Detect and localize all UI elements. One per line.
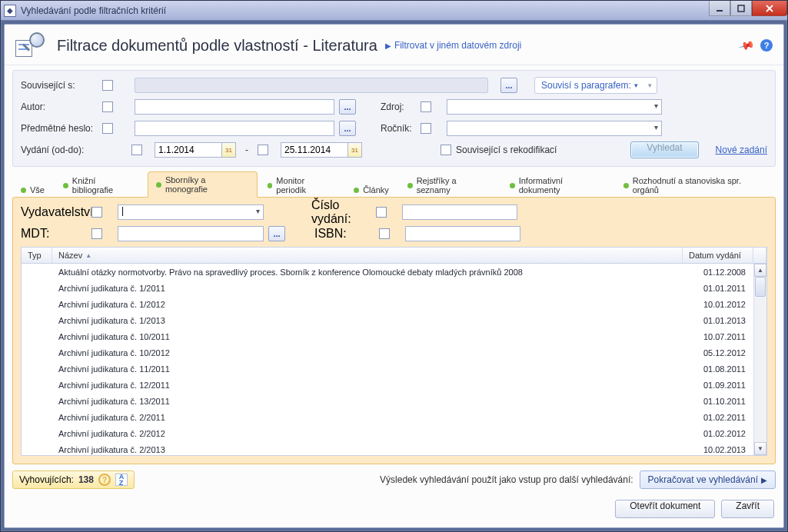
row-date: 01.09.2011 — [683, 381, 753, 390]
heslo-picker-button[interactable]: ... — [339, 121, 356, 136]
app-window: ◆ Vyhledávání podle filtračních kritérií… — [0, 0, 788, 532]
vertical-scrollbar[interactable]: ▲ ▼ — [753, 264, 766, 455]
table-row[interactable]: Archivní judikatura č. 1/201210.01.2012 — [22, 296, 753, 312]
svg-rect-1 — [738, 5, 744, 12]
date-to-input[interactable] — [281, 142, 348, 158]
mdt-input[interactable] — [118, 226, 264, 241]
checkbox-rocnik[interactable] — [421, 123, 431, 134]
row-title: Archivní judikatura č. 1/2011 — [52, 284, 683, 293]
status-dot-icon — [156, 182, 161, 188]
tab-7[interactable]: Rozhodnutí a stanoviska spr. orgánů — [615, 172, 776, 198]
paragraf-dropdown[interactable]: Souvisí s paragrafem: ▾ — [534, 77, 657, 94]
checkbox-date-to[interactable] — [258, 145, 268, 155]
checkbox-souvisejici[interactable] — [102, 80, 113, 91]
vydavatelstvi-combo[interactable]: ​| — [118, 204, 264, 220]
close-button[interactable] — [752, 1, 787, 16]
checkbox-heslo[interactable] — [102, 123, 113, 134]
status-bar: Vyhovujících: 138 ? AZ Výsledek vyhledáv… — [12, 470, 776, 489]
tab-6[interactable]: Informativní dokumenty — [501, 172, 613, 198]
continue-search-button[interactable]: Pokračovat ve vyhledávání ▶ — [640, 470, 776, 489]
autor-picker-button[interactable]: ... — [339, 99, 356, 115]
table-row[interactable]: Archivní judikatura č. 1/201301.01.2013 — [22, 312, 753, 328]
row-date: 05.12.2012 — [683, 348, 753, 357]
table-row[interactable]: Aktuální otázky normotvorby. Právo na sp… — [22, 264, 753, 280]
new-query-link[interactable]: Nové zadání — [716, 145, 767, 155]
col-typ[interactable]: Typ — [22, 248, 52, 263]
row-title: Archivní judikatura č. 11/2011 — [52, 364, 683, 374]
scroll-thumb[interactable] — [755, 277, 766, 297]
sort-az-icon[interactable]: AZ — [115, 474, 128, 486]
cislo-input[interactable] — [402, 204, 517, 220]
label-heslo: Předmětné heslo: — [21, 123, 98, 134]
table-row[interactable]: Archivní judikatura č. 12/201101.09.2011 — [22, 377, 753, 393]
heslo-input[interactable] — [135, 121, 334, 136]
checkbox-autor[interactable] — [102, 101, 113, 112]
label-rocnik: Ročník: — [381, 123, 416, 134]
result-count: 138 — [78, 474, 94, 485]
isbn-input[interactable] — [405, 226, 520, 241]
content-frame: Filtrace dokumentů podle vlastností - Li… — [4, 24, 784, 528]
row-title: Archivní judikatura č. 12/2011 — [52, 381, 683, 390]
table-row[interactable]: Archivní judikatura č. 2/201101.02.2011 — [22, 409, 753, 425]
status-dot-icon — [21, 188, 26, 193]
scroll-up-icon[interactable]: ▲ — [754, 264, 766, 277]
checkbox-zdroj[interactable] — [421, 101, 431, 112]
close-dialog-button[interactable]: Zavřít — [721, 500, 774, 518]
tab-1[interactable]: Knižní bibliografie — [55, 172, 146, 198]
row-date: 01.01.2013 — [683, 316, 753, 325]
row-title: Archivní judikatura č. 10/2011 — [52, 332, 683, 341]
page-header: Filtrace dokumentů podle vlastností - Li… — [5, 25, 783, 65]
checkbox-cislo[interactable] — [376, 207, 387, 218]
maximize-button[interactable] — [730, 1, 752, 16]
pin-icon[interactable]: 📌 — [737, 37, 755, 54]
table-row[interactable]: Archivní judikatura č. 11/201101.08.2011 — [22, 361, 753, 377]
table-row[interactable]: Archivní judikatura č. 10/201110.07.2011 — [22, 328, 753, 344]
row-title: Archivní judikatura č. 2/2011 — [52, 413, 683, 422]
tab-2[interactable]: Sborníky a monografie — [148, 171, 257, 198]
table-row[interactable]: Archivní judikatura č. 1/201101.01.2011 — [22, 280, 753, 296]
page-title: Filtrace dokumentů podle vlastností - Li… — [57, 37, 377, 55]
tab-0[interactable]: Vše — [12, 181, 53, 198]
label-autor: Autor: — [21, 101, 98, 112]
row-date: 01.08.2011 — [683, 364, 753, 374]
checkbox-vydavatelstvi[interactable] — [91, 207, 102, 218]
autor-input[interactable] — [135, 99, 334, 115]
date-from: 31 — [155, 142, 236, 158]
tab-4[interactable]: Články — [345, 181, 397, 198]
search-button[interactable]: Vyhledat — [630, 141, 698, 158]
checkbox-rekodifikace[interactable] — [441, 145, 451, 155]
table-row[interactable]: Archivní judikatura č. 10/201205.12.2012 — [22, 344, 753, 361]
alt-source-link[interactable]: ▶ Filtrovat v jiném datovém zdroji — [385, 40, 521, 51]
chevron-down-icon: ▾ — [634, 81, 638, 89]
svg-rect-0 — [717, 10, 723, 12]
date-from-input[interactable] — [155, 142, 222, 158]
rocnik-combo[interactable] — [447, 121, 662, 136]
zdroj-combo[interactable] — [447, 99, 662, 115]
help-icon[interactable]: ? — [760, 39, 773, 52]
checkbox-mdt[interactable] — [91, 228, 102, 239]
row-date: 01.02.2012 — [683, 429, 753, 438]
label-zdroj: Zdroj: — [381, 101, 416, 112]
col-datum[interactable]: Datum vydání — [683, 248, 753, 263]
checkbox-isbn[interactable] — [379, 228, 390, 239]
minimize-button[interactable] — [709, 1, 730, 16]
continue-hint: Výsledek vyhledávání použít jako vstup p… — [380, 474, 633, 485]
table-row[interactable]: Archivní judikatura č. 2/201201.02.2012 — [22, 425, 753, 441]
scroll-down-icon[interactable]: ▼ — [754, 442, 766, 455]
table-row[interactable]: Archivní judikatura č. 13/201101.10.2011 — [22, 393, 753, 409]
open-document-button[interactable]: Otevřít dokument — [615, 500, 715, 518]
mdt-picker-button[interactable]: ... — [268, 226, 285, 241]
titlebar: ◆ Vyhledávání podle filtračních kritérií — [1, 1, 787, 21]
calendar-icon[interactable]: 31 — [348, 142, 362, 158]
checkbox-date-from[interactable] — [131, 145, 142, 155]
col-nazev[interactable]: Název ▲ — [52, 248, 683, 263]
tab-5[interactable]: Rejstříky a seznamy — [399, 172, 500, 198]
info-icon[interactable]: ? — [98, 474, 111, 486]
table-row[interactable]: Archivní judikatura č. 2/201310.02.2013 — [22, 441, 753, 455]
row-title: Archivní judikatura č. 10/2012 — [52, 348, 683, 357]
souvisejici-picker-button[interactable]: ... — [500, 78, 517, 93]
chevron-right-icon: ▶ — [385, 42, 391, 50]
tab-3[interactable]: Monitor periodik — [259, 172, 344, 198]
row-date: 10.01.2012 — [683, 300, 753, 309]
calendar-icon[interactable]: 31 — [222, 142, 236, 158]
